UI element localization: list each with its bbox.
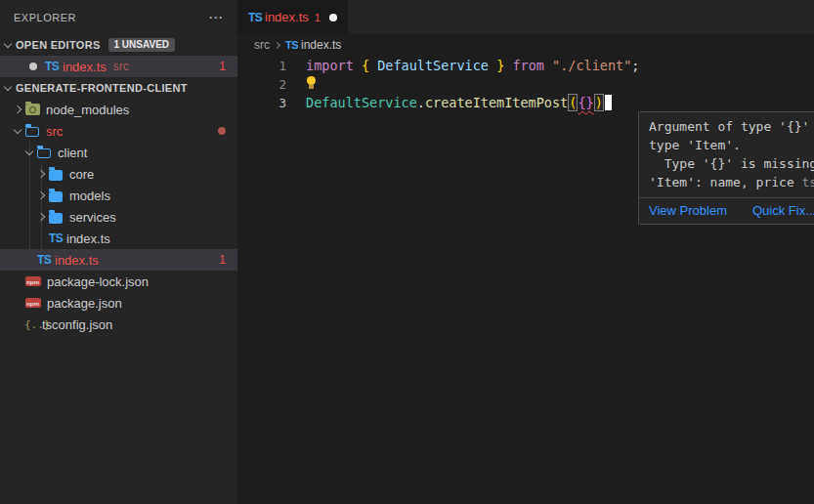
modified-dot-icon: [29, 63, 37, 70]
chevron-down-icon[interactable]: [21, 145, 37, 160]
code-text: DefaultService.createItemItemPost({}): [286, 94, 612, 112]
chevron-right-icon[interactable]: [33, 166, 49, 182]
open-editor-file-name: index.ts: [63, 60, 107, 74]
tab-error-count: 1: [315, 12, 321, 23]
project-section-header[interactable]: GENERATE-FRONTEND-CLIENT: [0, 77, 237, 99]
tree-item-label: tsconfig.json: [42, 317, 112, 332]
tree-item-label: models: [69, 189, 110, 203]
problems-count-badge: 1: [219, 253, 226, 267]
tree-item-client[interactable]: client: [0, 142, 237, 163]
lightbulb-icon[interactable]: [307, 76, 317, 89]
file-tree: node_modules src client core models se: [0, 99, 237, 335]
tree-item-label: src: [46, 124, 63, 139]
breadcrumb: src TS index.ts: [237, 34, 814, 56]
line-number: 2: [237, 75, 286, 94]
error-message-line: 'Item': name, price ts(2345): [649, 173, 814, 191]
tree-item-label: package-lock.json: [47, 274, 149, 289]
tab-file-name: index.ts: [265, 10, 309, 24]
unsaved-dot-icon[interactable]: [329, 14, 337, 21]
token-matched-bracket: (: [568, 94, 578, 111]
typescript-icon: TS: [49, 231, 66, 245]
token-error-argument: {}: [578, 95, 593, 110]
token-keyword: from: [512, 58, 544, 73]
open-editor-file-path: src: [113, 60, 129, 73]
chevron-down-icon[interactable]: [10, 123, 25, 139]
token-string: "./client": [552, 58, 631, 73]
tree-item-label: index.ts: [66, 231, 110, 246]
token-class: DefaultService: [306, 95, 417, 110]
chevron-down-icon[interactable]: [0, 80, 16, 96]
text-cursor: [605, 95, 612, 110]
error-message-text: 'Item': name, price: [649, 175, 802, 189]
typescript-icon: TS: [248, 11, 265, 24]
error-message-line: type 'Item'.: [649, 136, 814, 154]
tree-item-client-index-ts[interactable]: TS index.ts: [0, 228, 237, 249]
npm-icon: npm: [25, 298, 41, 308]
token-punctuation: .: [417, 95, 425, 110]
folder-icon: [49, 191, 63, 202]
tree-item-models[interactable]: models: [0, 185, 237, 206]
error-tooltip-actions: View Problem Quick Fix... (Ctrl+.): [639, 197, 814, 224]
tree-item-label: package.json: [47, 296, 122, 311]
tree-item-label: client: [58, 146, 87, 160]
tab-bar: TS index.ts 1: [237, 0, 814, 34]
chevron-right-icon[interactable]: [10, 102, 25, 117]
chevron-right-icon[interactable]: [33, 209, 49, 225]
tree-item-src[interactable]: src: [0, 120, 237, 142]
open-folder-icon: [25, 127, 39, 137]
code-text: [286, 75, 317, 94]
problems-count-badge: 1: [219, 60, 226, 73]
chevron-down-icon[interactable]: [0, 37, 16, 53]
quick-fix-link[interactable]: Quick Fix... (Ctrl+.): [752, 203, 814, 218]
error-tooltip-message: Argument of type '{}' is not assignable …: [639, 112, 814, 197]
token-brace: {: [362, 58, 369, 73]
view-problem-link[interactable]: View Problem: [649, 203, 727, 218]
tree-item-services[interactable]: services: [0, 206, 237, 228]
tree-item-package-json[interactable]: npm package.json: [0, 292, 237, 314]
code-line-3[interactable]: 3 DefaultService.createItemItemPost({}): [237, 94, 814, 112]
tree-item-src-index-ts[interactable]: TS index.ts 1: [0, 249, 237, 271]
typescript-icon: TS: [37, 253, 55, 267]
line-number: 3: [237, 94, 286, 112]
error-code: ts(2345): [802, 175, 814, 189]
error-message-line: Argument of type '{}' is not assignable …: [649, 117, 814, 136]
breadcrumb-folder[interactable]: src: [254, 38, 270, 52]
open-editor-item-index-ts[interactable]: TS index.ts src 1: [0, 56, 237, 77]
token-matched-bracket: ): [594, 94, 604, 111]
typescript-icon: TS: [45, 60, 63, 73]
tree-item-package-lock-json[interactable]: npm package-lock.json: [0, 271, 237, 292]
open-editors-header[interactable]: OPEN EDITORS 1 UNSAVED: [0, 34, 237, 56]
code-line-1[interactable]: 1 import { DefaultService } from "./clie…: [237, 57, 814, 75]
chevron-right-icon: [270, 38, 283, 52]
tree-item-label: index.ts: [55, 253, 99, 268]
unsaved-badge: 1 UNSAVED: [108, 38, 176, 52]
breadcrumb-file[interactable]: index.ts: [301, 38, 341, 52]
open-folder-icon: [37, 148, 51, 158]
code-editor[interactable]: 1 import { DefaultService } from "./clie…: [237, 57, 814, 112]
line-number: 1: [237, 57, 286, 75]
tree-item-core[interactable]: core: [0, 163, 237, 185]
tree-item-tsconfig-json[interactable]: {..} tsconfig.json: [0, 314, 237, 335]
folder-icon: [49, 170, 63, 181]
typescript-icon: TS: [285, 39, 301, 51]
code-text: import { DefaultService } from "./client…: [286, 57, 640, 75]
json-config-icon: {..}: [24, 318, 42, 331]
code-line-2[interactable]: 2: [237, 75, 814, 94]
error-message-line: Type '{}' is missing the following prope…: [649, 154, 814, 173]
tree-item-label: services: [69, 210, 116, 225]
error-tooltip: Argument of type '{}' is not assignable …: [638, 111, 814, 225]
folder-icon: [49, 213, 63, 224]
chevron-right-icon[interactable]: [33, 188, 49, 203]
token-function: createItemItemPost: [425, 95, 568, 110]
token-keyword: import: [306, 58, 354, 73]
tab-index-ts[interactable]: TS index.ts 1: [237, 0, 348, 34]
project-name-label: GENERATE-FRONTEND-CLIENT: [16, 82, 188, 94]
npm-icon-glyph: npm: [26, 300, 39, 307]
more-actions-icon[interactable]: ⋯: [208, 9, 224, 26]
tree-item-node-modules[interactable]: node_modules: [0, 99, 237, 120]
token-identifier: DefaultService: [377, 58, 489, 73]
node-modules-folder-icon: [25, 104, 40, 115]
editor-area: TS index.ts 1 src TS index.ts 1 import {…: [237, 0, 814, 504]
explorer-title: EXPLORER: [14, 12, 76, 23]
tree-item-label: core: [69, 167, 94, 182]
